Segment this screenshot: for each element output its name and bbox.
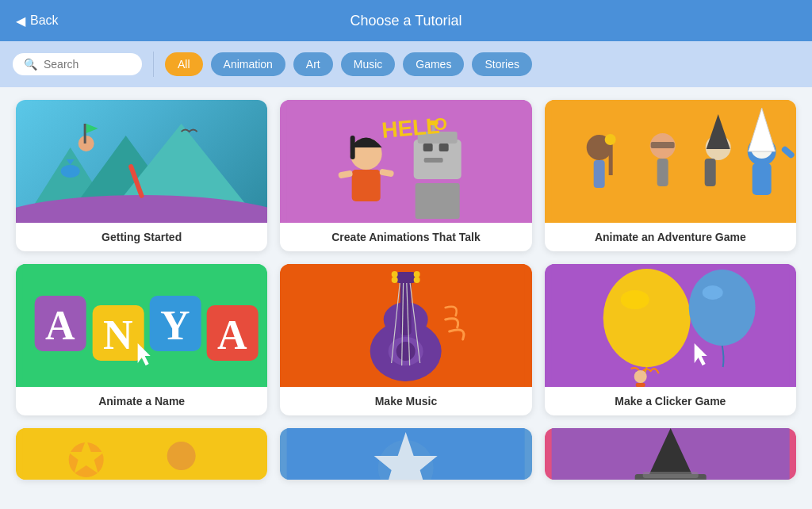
card-image-make-music xyxy=(280,264,531,387)
card-label-make-music: Make Music xyxy=(280,387,531,415)
svg-point-30 xyxy=(604,134,615,145)
svg-rect-32 xyxy=(650,142,674,148)
card-image-getting-started xyxy=(16,100,267,223)
card-clicker-game[interactable]: Make a Clicker Game xyxy=(545,264,796,415)
filter-animation[interactable]: Animation xyxy=(211,52,285,76)
svg-point-67 xyxy=(392,277,398,283)
svg-rect-15 xyxy=(424,158,443,163)
filter-divider xyxy=(153,52,154,77)
card-partial-2[interactable] xyxy=(280,428,531,480)
svg-rect-77 xyxy=(23,428,261,480)
back-arrow-icon: ◀ xyxy=(16,13,25,29)
card-image-clicker-game xyxy=(545,264,796,387)
svg-text:A: A xyxy=(217,312,247,358)
svg-rect-18 xyxy=(416,183,460,219)
svg-marker-9 xyxy=(86,124,98,133)
svg-rect-36 xyxy=(704,159,715,186)
card-label-animations-talk: Create Animations That Talk xyxy=(280,223,531,251)
svg-rect-87 xyxy=(642,472,698,478)
filter-art[interactable]: Art xyxy=(293,52,333,76)
svg-text:HELL: HELL xyxy=(381,113,441,143)
card-animate-name[interactable]: A N Y A Animate a Name xyxy=(16,264,267,415)
svg-point-74 xyxy=(634,370,646,383)
card-image-partial-2 xyxy=(280,428,531,480)
card-make-music[interactable]: Make Music xyxy=(280,264,531,415)
card-partial-1[interactable] xyxy=(16,428,267,480)
svg-point-80 xyxy=(167,442,196,470)
search-icon: 🔍 xyxy=(24,58,37,71)
svg-point-59 xyxy=(396,342,416,361)
svg-rect-20 xyxy=(350,136,355,159)
svg-point-66 xyxy=(414,271,420,277)
svg-rect-33 xyxy=(657,159,668,186)
search-container: 🔍 xyxy=(13,53,142,75)
svg-rect-29 xyxy=(608,144,612,175)
svg-rect-75 xyxy=(635,383,645,387)
svg-point-65 xyxy=(392,271,398,277)
card-image-animate-name: A N Y A xyxy=(16,264,267,387)
svg-point-72 xyxy=(688,270,755,346)
svg-text:O: O xyxy=(434,114,447,134)
search-input[interactable] xyxy=(44,58,131,71)
tutorial-grid: Getting Started xyxy=(0,87,812,492)
svg-rect-21 xyxy=(352,170,381,201)
header: ◀ Back Choose a Tutorial xyxy=(0,0,812,41)
filter-bar: 🔍 All Animation Art Music Games Stories xyxy=(0,41,812,87)
card-image-partial-1 xyxy=(16,428,267,480)
card-image-partial-3 xyxy=(545,428,796,480)
card-label-clicker-game: Make a Clicker Game xyxy=(545,387,796,415)
svg-rect-57 xyxy=(400,280,412,335)
card-label-animate-name: Animate a Name xyxy=(16,387,267,415)
filter-stories[interactable]: Stories xyxy=(472,52,532,76)
filter-games[interactable]: Games xyxy=(403,52,464,76)
card-image-animations-talk: HELL O xyxy=(280,100,531,223)
card-animations-talk[interactable]: HELL O Create Animations That Talk xyxy=(280,100,531,251)
card-image-adventure-game xyxy=(545,100,796,223)
page-title: Choose a Tutorial xyxy=(350,13,462,29)
svg-rect-38 xyxy=(752,163,771,195)
card-label-adventure-game: Animate an Adventure Game xyxy=(545,223,796,251)
card-adventure-game[interactable]: Animate an Adventure Game xyxy=(545,100,796,251)
card-getting-started[interactable]: Getting Started xyxy=(16,100,267,251)
svg-text:A: A xyxy=(45,303,75,348)
svg-text:Y: Y xyxy=(160,303,190,348)
filter-all[interactable]: All xyxy=(165,52,203,76)
back-button[interactable]: ◀ Back xyxy=(16,13,59,29)
svg-point-71 xyxy=(620,290,649,309)
svg-rect-64 xyxy=(396,272,416,283)
svg-point-4 xyxy=(61,165,80,178)
filter-music[interactable]: Music xyxy=(341,52,396,76)
card-label-getting-started: Getting Started xyxy=(16,223,267,251)
svg-text:N: N xyxy=(103,312,133,358)
svg-point-70 xyxy=(603,269,690,367)
svg-rect-28 xyxy=(593,160,604,188)
svg-point-73 xyxy=(702,285,722,300)
svg-rect-13 xyxy=(423,144,433,151)
back-label: Back xyxy=(30,13,59,28)
svg-point-68 xyxy=(414,277,420,283)
card-partial-3[interactable] xyxy=(545,428,796,480)
svg-rect-14 xyxy=(439,144,449,151)
svg-rect-8 xyxy=(84,124,86,144)
